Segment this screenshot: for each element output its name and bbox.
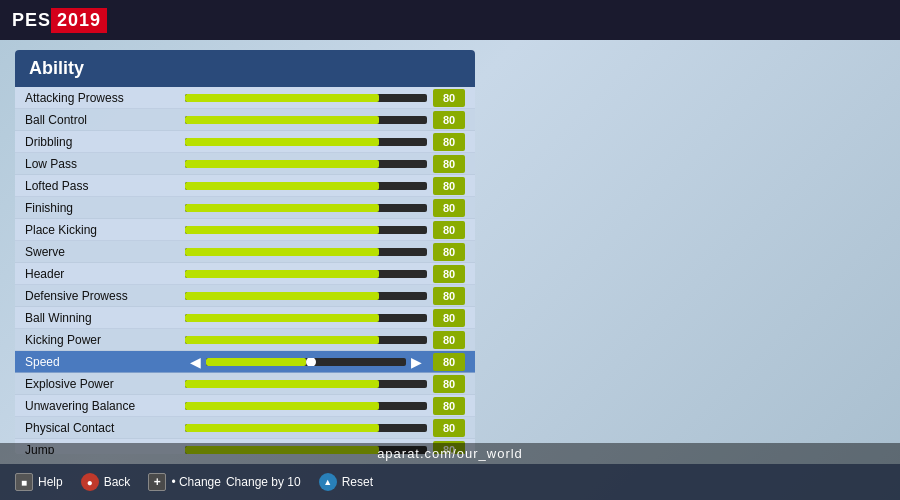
bar-background — [185, 204, 427, 212]
value-badge: 80 — [433, 265, 465, 283]
ability-row[interactable]: Dribbling80 — [15, 131, 475, 153]
speed-dot — [306, 358, 316, 366]
reset-item: ▲ Reset — [319, 473, 373, 491]
bar-container — [185, 380, 427, 388]
change-item: + • Change Change by 10 — [148, 473, 300, 491]
ability-row[interactable]: Physical Contact80 — [15, 417, 475, 439]
value-badge: 80 — [433, 353, 465, 371]
watermark: aparat.com/our_world — [0, 443, 900, 464]
bar-fill — [185, 138, 379, 146]
bar-container — [185, 94, 427, 102]
bar-container — [185, 424, 427, 432]
change-label: • Change — [171, 475, 221, 489]
ability-name: Explosive Power — [25, 377, 185, 391]
ability-name: Finishing — [25, 201, 185, 215]
ability-name: Header — [25, 267, 185, 281]
bar-fill — [185, 182, 379, 190]
bar-container — [185, 116, 427, 124]
ability-row[interactable]: Kicking Power80 — [15, 329, 475, 351]
ability-row[interactable]: Swerve80 — [15, 241, 475, 263]
ability-name: Physical Contact — [25, 421, 185, 435]
ability-row[interactable]: Finishing80 — [15, 197, 475, 219]
value-badge: 80 — [433, 331, 465, 349]
bar-fill — [206, 358, 306, 366]
ability-row[interactable]: Explosive Power80 — [15, 373, 475, 395]
bar-fill — [185, 204, 379, 212]
bar-container — [185, 402, 427, 410]
pes-year: 2019 — [51, 8, 107, 33]
bar-fill — [185, 94, 379, 102]
bar-fill — [185, 160, 379, 168]
bar-background — [185, 380, 427, 388]
back-icon[interactable]: ● — [81, 473, 99, 491]
ability-name: Unwavering Balance — [25, 399, 185, 413]
ability-panel: Ability Attacking Prowess80Ball Control8… — [15, 50, 475, 454]
back-label: Back — [104, 475, 131, 489]
value-badge: 80 — [433, 155, 465, 173]
bottom-bar: ■ Help ● Back + • Change Change by 10 ▲ … — [0, 464, 900, 500]
bar-background — [185, 292, 427, 300]
bar-background — [185, 336, 427, 344]
ability-row[interactable]: Defensive Prowess80 — [15, 285, 475, 307]
ability-row[interactable]: Unwavering Balance80 — [15, 395, 475, 417]
bar-background — [185, 314, 427, 322]
value-badge: 80 — [433, 199, 465, 217]
bar-background — [185, 226, 427, 234]
bar-background — [206, 358, 406, 366]
ability-name: Kicking Power — [25, 333, 185, 347]
reset-label: Reset — [342, 475, 373, 489]
bar-background — [185, 94, 427, 102]
bar-fill — [185, 314, 379, 322]
ability-row[interactable]: Speed◀▶80 — [15, 351, 475, 373]
ability-name: Ball Control — [25, 113, 185, 127]
bar-container — [185, 204, 427, 212]
pes-text: PES — [12, 10, 51, 31]
bar-background — [185, 182, 427, 190]
back-item: ● Back — [81, 473, 131, 491]
ability-name: Defensive Prowess — [25, 289, 185, 303]
bar-fill — [185, 402, 379, 410]
value-badge: 80 — [433, 111, 465, 129]
ability-row[interactable]: Lofted Pass80 — [15, 175, 475, 197]
bar-container — [185, 182, 427, 190]
ability-name: Low Pass — [25, 157, 185, 171]
ability-row[interactable]: Ball Control80 — [15, 109, 475, 131]
help-label: Help — [38, 475, 63, 489]
ability-row[interactable]: Header80 — [15, 263, 475, 285]
ability-name: Place Kicking — [25, 223, 185, 237]
arrow-right-icon[interactable]: ▶ — [406, 354, 427, 370]
main-content: Ability Attacking Prowess80Ball Control8… — [0, 40, 900, 464]
change-by-label: Change by 10 — [226, 475, 301, 489]
reset-icon[interactable]: ▲ — [319, 473, 337, 491]
bar-fill — [185, 424, 379, 432]
value-badge: 80 — [433, 177, 465, 195]
ability-name: Dribbling — [25, 135, 185, 149]
bar-container — [185, 138, 427, 146]
bar-fill — [185, 292, 379, 300]
top-bar: PES 2019 — [0, 0, 900, 40]
value-badge: 80 — [433, 133, 465, 151]
value-badge: 80 — [433, 397, 465, 415]
ability-row[interactable]: Ball Winning80 — [15, 307, 475, 329]
bar-fill — [185, 116, 379, 124]
bar-background — [185, 424, 427, 432]
value-badge: 80 — [433, 89, 465, 107]
help-icon[interactable]: ■ — [15, 473, 33, 491]
ability-header: Ability — [15, 50, 475, 87]
bar-fill — [185, 380, 379, 388]
ability-row[interactable]: Low Pass80 — [15, 153, 475, 175]
ability-row[interactable]: Attacking Prowess80 — [15, 87, 475, 109]
bar-background — [185, 116, 427, 124]
value-badge: 80 — [433, 309, 465, 327]
value-badge: 80 — [433, 243, 465, 261]
bar-fill — [185, 248, 379, 256]
bar-fill — [185, 270, 379, 278]
arrow-left-icon[interactable]: ◀ — [185, 354, 206, 370]
value-badge: 80 — [433, 375, 465, 393]
bar-background — [185, 270, 427, 278]
bar-fill — [185, 226, 379, 234]
bar-background — [185, 248, 427, 256]
change-icon[interactable]: + — [148, 473, 166, 491]
ability-row[interactable]: Place Kicking80 — [15, 219, 475, 241]
bar-container — [185, 336, 427, 344]
